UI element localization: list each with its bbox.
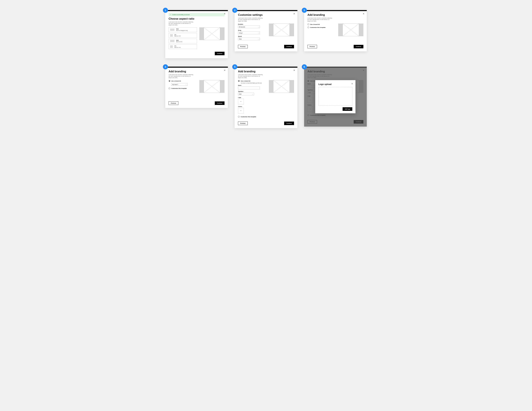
chevron-down-icon: ⌄ <box>185 84 186 85</box>
aspect-ratio-label: 9:16 <box>176 28 188 30</box>
radio-label: Customize this template <box>241 116 256 118</box>
continue-button[interactable]: Continue <box>215 52 225 55</box>
radio-label: Use a brand kit <box>310 24 320 25</box>
radio-icon <box>307 27 309 28</box>
radio-icon <box>307 24 309 25</box>
logo-dropzone[interactable] <box>318 87 352 106</box>
dialog-title: Add branding <box>169 70 225 73</box>
aspect-option[interactable]: 9:16 Best for Instagram story <box>169 27 197 32</box>
aspect-ratio-desc: Best for Instagram story <box>176 30 188 31</box>
dialog: ✕ Add branding Lorem ipsum dolor sit ame… <box>304 67 367 127</box>
name-label: Name <box>238 85 266 86</box>
chevron-down-icon: ⌄ <box>258 26 259 28</box>
radio-use-brand-kit[interactable]: Use a brand kit <box>307 24 336 25</box>
no-brand-kits-hint: You have no brand kits! Make your first … <box>241 83 266 84</box>
close-icon[interactable]: ✕ <box>224 69 226 71</box>
chevron-down-icon: ⌄ <box>258 38 259 40</box>
preview-pane <box>199 27 225 40</box>
aspect-option[interactable]: 1:1 Best for XYZ <box>169 33 197 38</box>
logo-upload[interactable]: + <box>238 99 244 104</box>
radio-icon <box>169 87 170 89</box>
dialog-subtitle: Lorem ipsum dolor sit amet, consectetur … <box>169 21 194 26</box>
continue-button[interactable]: Continue <box>354 45 364 48</box>
colors-add[interactable]: + <box>238 108 244 113</box>
frame-6: 6 ✕ Add branding Lorem ipsum dolor sit a… <box>304 67 367 128</box>
aspect-ratio-list: 9:16 Best for Instagram story 1:1 Best f… <box>169 27 197 49</box>
radio-label: Customize this template <box>171 88 187 89</box>
typeface-select[interactable]: Arial ⌄ <box>238 93 254 95</box>
frame-4: 4 ✕ Add branding Lorem ipsum dolor sit a… <box>165 67 228 128</box>
wireframe-grid: 1 ✕ ✓ Content successfully processed Cho… <box>165 10 367 128</box>
check-icon: ✓ <box>170 14 171 15</box>
close-icon[interactable]: ✕ <box>293 13 295 15</box>
radio-use-brand-kit[interactable]: Use a brand kit <box>238 80 266 82</box>
preview-pane <box>338 24 363 36</box>
preview-pane <box>199 80 225 93</box>
radio-customize-template[interactable]: Customize this template <box>238 116 266 118</box>
duration-value: 60 seconds <box>239 26 245 28</box>
aspect-thumb <box>170 40 174 42</box>
radio-customize-template[interactable]: Customize this template <box>169 87 197 89</box>
aspect-ratio-label: 1:1 <box>174 45 181 47</box>
radio-customize-template[interactable]: Customize this template <box>307 27 336 28</box>
logo-label: Logo <box>238 97 266 98</box>
logo-upload-modal: ✕ Logo upload Add logo <box>315 80 355 113</box>
previous-button[interactable]: Previous <box>169 101 178 105</box>
frame-3: 3 ✕ Add branding Lorem ipsum dolor sit a… <box>304 10 367 58</box>
step-badge: 4 <box>163 64 168 69</box>
step-badge: 6 <box>302 64 307 69</box>
aspect-thumb <box>170 28 174 31</box>
previous-button[interactable]: Previous <box>238 45 248 48</box>
step-badge: 1 <box>163 8 168 13</box>
previous-button[interactable]: Previous <box>238 121 248 125</box>
close-icon[interactable]: ✕ <box>351 83 353 85</box>
radio-use-brand-kit[interactable]: Use a brand kit <box>169 80 197 82</box>
radio-icon <box>238 80 240 82</box>
aspect-ratio-label: 9:16 <box>176 40 182 41</box>
aspect-ratio-label: 1:1 <box>174 34 181 35</box>
speed-value: Slow <box>239 38 241 40</box>
radio-icon <box>238 116 240 118</box>
dialog: ✕ Add branding Lorem ipsum dolor sit ame… <box>304 10 367 51</box>
brand-kit-select[interactable]: My brand 1 ⌄ <box>171 83 187 86</box>
typeface-label: Typeface <box>238 91 266 92</box>
aspect-option[interactable]: 9:16 Best for XYZ <box>169 39 197 43</box>
dialog-title: Add branding <box>307 13 363 17</box>
dialog: ✕ Add branding Lorem ipsum dolor sit ame… <box>165 67 228 108</box>
radio-icon <box>169 80 170 82</box>
add-logo-button[interactable]: Add logo <box>342 107 352 111</box>
song-label: Song <box>238 29 266 31</box>
modal-title: Logo upload <box>318 83 352 85</box>
aspect-option[interactable]: 1:1 Best for XYZ <box>169 44 197 49</box>
window-topbar <box>165 10 228 11</box>
success-alert: ✓ Content successfully processed <box>169 13 225 16</box>
dialog-subtitle: Lorem ipsum dolor sit amet, consectetur … <box>238 74 263 78</box>
dialog: ✕ Customize settings Lorem ipsum dolor s… <box>235 10 297 51</box>
continue-button[interactable]: Continue <box>284 45 294 48</box>
close-icon[interactable]: ✕ <box>363 13 364 15</box>
continue-button[interactable]: Continue <box>215 101 225 105</box>
speed-label: Speed <box>238 36 266 37</box>
radio-label: Use a brand kit <box>171 80 181 82</box>
frame-5: 5 ✕ Add branding Lorem ipsum dolor sit a… <box>235 67 297 128</box>
dialog-subtitle: Lorem ipsum dolor sit amet, consectetur … <box>238 18 263 22</box>
previous-button[interactable]: Previous <box>307 45 317 48</box>
dialog-title: Add branding <box>238 70 294 73</box>
frame-1: 1 ✕ ✓ Content successfully processed Cho… <box>165 10 228 58</box>
preview-pane <box>269 80 294 93</box>
dialog-title: Customize settings <box>238 13 294 17</box>
speed-select[interactable]: Slow ⌄ <box>238 37 260 40</box>
continue-button[interactable]: Continue <box>284 121 294 125</box>
dialog-subtitle: Lorem ipsum dolor sit amet, consectetur … <box>307 18 333 22</box>
brand-kit-value: My brand 1 <box>172 84 178 85</box>
close-icon[interactable]: ✕ <box>224 13 226 15</box>
duration-select[interactable]: 60 seconds ⌄ <box>238 26 260 28</box>
dialog: ✕ ✓ Content successfully processed Choos… <box>165 10 228 58</box>
dialog-subtitle: Lorem ipsum dolor sit amet, consectetur … <box>169 74 194 78</box>
aspect-thumb <box>170 34 173 37</box>
song-select[interactable]: Song 1 ⌄ <box>238 32 260 34</box>
step-badge: 3 <box>302 8 307 13</box>
name-input[interactable] <box>238 87 260 89</box>
close-icon[interactable]: ✕ <box>293 69 295 71</box>
typeface-value: Arial <box>239 93 241 95</box>
